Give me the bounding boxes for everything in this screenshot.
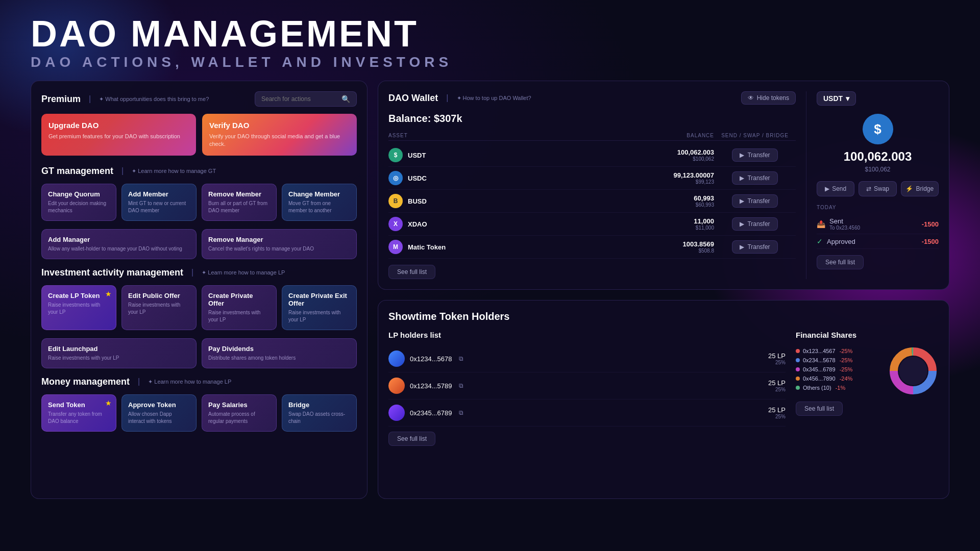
approved-label: Approved [827,238,855,245]
legend-dot [796,349,800,353]
action-card[interactable]: Change MemberMove GT from one member to … [282,184,357,221]
search-input[interactable] [261,95,337,103]
action-card-desc: Transfer any token from DAO balance [48,411,110,425]
today-label: TODAY [817,205,939,210]
action-card-title: Create Private Exit Offer [288,292,350,307]
investment-hint: ✦ Learn more how to manage LP [202,269,285,276]
transfer-icon: ▶ [740,243,744,251]
action-card[interactable]: Pay SalariesAutomate process of regular … [202,394,277,432]
holders-see-full-button[interactable]: See full list [388,432,435,446]
copy-icon[interactable]: ⧉ [459,409,463,416]
token-name: USDT [408,152,426,159]
col-send: SEND / SWAP / BRIDGE [714,133,796,138]
lp-title: LP holders list [388,331,786,339]
transfer-button[interactable]: ▶ Transfer [732,171,777,185]
action-card[interactable]: Add MemberMint GT to new or current DAO … [121,184,197,221]
action-card-title: Pay Salaries [208,401,270,409]
transfer-button[interactable]: ▶ Transfer [732,194,777,208]
action-card[interactable]: ★Create LP TokenRaise investments with y… [41,285,116,330]
transfer-button[interactable]: ▶ Transfer [732,240,777,254]
action-card[interactable]: ★Send TokenTransfer any token from DAO b… [41,394,116,432]
see-full-list-button[interactable]: See full list [388,265,435,279]
page-title: DAO MANAGEMENT [31,15,949,52]
left-panel: Premium | ✦ What opportunities does this… [31,81,368,499]
action-card-desc: Mint GT to new or current DAO member [128,200,190,214]
token-balance: 99,123.00007 $99,123 [653,171,714,185]
holder-avatar [388,378,405,394]
holder-row: 0x1234...5789 ⧉ 25 LP 25% [388,372,786,399]
search-bar[interactable]: 🔍 [255,91,357,107]
transfer-icon: ▶ [740,197,744,205]
money-hint: ✦ Learn more how to manage LP [148,379,231,385]
wallet-actions: ▶ Send ⇄ Swap ⚡ Bridge [817,181,939,196]
verify-dao-card[interactable]: Verify DAO Verify your DAO through socia… [202,114,357,156]
action-card-title: Add Manager [48,236,190,243]
eye-icon: 👁 [748,94,754,102]
action-card[interactable]: Create Private Exit OfferRaise investmen… [282,285,357,330]
hide-tokens-button[interactable]: 👁 Hide tokens [741,91,796,105]
financial-title: Financial Shares [796,331,939,339]
wallet-see-full-button[interactable]: See full list [817,255,864,269]
investment-label: Investment activity management [41,267,183,278]
premium-section-header: Premium | ✦ What opportunities does this… [41,91,357,107]
premium-label: Premium [41,94,81,105]
money-label: Money management [41,377,130,387]
action-card[interactable]: Remove MemberBurn all or part of GT from… [202,184,277,221]
sent-icon: 📤 [817,220,825,228]
holder-amount: 25 LP 25% [768,406,786,419]
chevron-down-icon: ▾ [846,94,849,103]
action-card-title: Pay Dividends [208,345,350,353]
financial-see-full-button[interactable]: See full list [796,402,843,416]
currency-icon-large: $ [863,114,893,144]
sent-amount: -1500 [922,220,939,228]
token-icon: $ [388,148,403,162]
action-card[interactable]: Create Private OfferRaise investments wi… [202,285,277,330]
copy-icon[interactable]: ⧉ [459,382,463,389]
bridge-button[interactable]: ⚡ Bridge [901,181,939,196]
verify-dao-desc: Verify your DAO through social media and… [209,133,350,148]
legend-pct: -25% [840,357,853,363]
legend-item: Others (10) -1% [796,385,879,391]
transfer-button[interactable]: ▶ Transfer [732,217,777,231]
legend-dot [796,367,800,371]
balance-row: Balance: $307k [388,113,796,124]
action-card[interactable]: Edit LaunchpadRaise investments with you… [41,338,197,368]
approved-amount: -1500 [922,238,939,245]
swap-icon: ⇄ [866,185,871,192]
sent-addr: To 0x23.4560 [829,225,860,231]
transfer-button[interactable]: ▶ Transfer [732,148,777,162]
upgrade-dao-card[interactable]: Upgrade DAO Get premium features for you… [41,114,196,156]
holder-row: 0x2345...6789 ⧉ 25 LP 25% [388,399,786,427]
bridge-icon: ⚡ [905,185,913,192]
send-button[interactable]: ▶ Send [817,181,854,196]
holder-info: 0x1234...5678 ⧉ [388,350,463,367]
action-card-desc: Automate process of regular payments [208,411,270,425]
wallet-right: USDT ▾ $ 100,062.003 $100,062 ▶ Send ⇄ S… [806,91,939,279]
token-icon: ◎ [388,171,403,185]
holder-info: 0x1234...5789 ⧉ [388,378,463,394]
transfer-icon: ▶ [740,152,744,159]
action-card[interactable]: Remove ManagerCancel the wallet's rights… [202,229,357,259]
legend-text: Others (10) [803,385,831,391]
token-rows: $ USDT 100,062.003 $100,062 ▶ Transfer ◎… [388,144,796,259]
legend-dot [796,358,800,362]
action-card[interactable]: Approve TokenAllow chosen Dapp interact … [121,394,197,432]
holder-rows: 0x1234...5678 ⧉ 25 LP 25% 0x1234...5789 … [388,345,786,427]
action-card[interactable]: BridgeSwap DAO assets cross-chain [282,394,357,432]
currency-selector[interactable]: USDT ▾ [817,91,856,106]
action-card-title: Approve Token [128,401,190,409]
action-card[interactable]: Pay DividendsDistribute shares among tok… [202,338,357,368]
holder-info: 0x2345...6789 ⧉ [388,405,463,421]
money-cards-grid: ★Send TokenTransfer any token from DAO b… [41,394,357,432]
action-card-desc: Burn all or part of GT from DAO member [208,200,270,214]
action-card[interactable]: Change QuorumEdit your decision making m… [41,184,116,221]
action-card[interactable]: Edit Public OfferRaise investments with … [121,285,197,330]
copy-icon[interactable]: ⧉ [459,355,463,362]
action-card-title: Remove Manager [208,236,350,243]
swap-button[interactable]: ⇄ Swap [859,181,896,196]
legend-text: 0x234...5678 [803,357,836,363]
action-card[interactable]: Add ManagerAllow any wallet-holder to ma… [41,229,197,259]
investment-section-header: Investment activity management | ✦ Learn… [41,267,357,278]
legend-item: 0x234...5678 -25% [796,357,879,363]
token-row: B BUSD 60,993 $60,993 ▶ Transfer [388,190,796,213]
